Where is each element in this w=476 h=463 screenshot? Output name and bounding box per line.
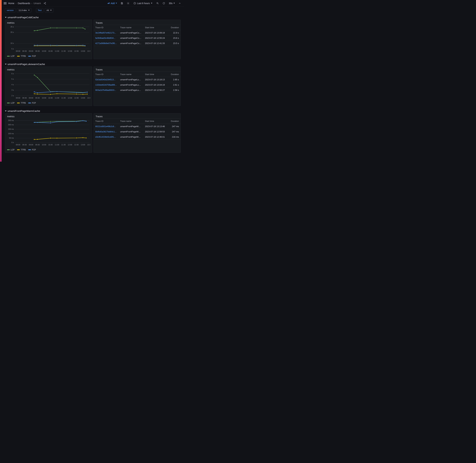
legend-item-fcp[interactable]: FCP [28,55,36,57]
svg-point-79 [56,93,57,94]
svg-text:08:30: 08:30 [22,50,27,52]
svg-point-69 [34,75,35,76]
traces-panel[interactable]: Traces Trace ID Trace name Start time Du… [93,113,181,153]
table-row[interactable]: f2b3a5040d294513... umamiFrontPageLuk...… [94,77,180,82]
legend-item-fcp[interactable]: FCP [28,149,36,151]
collapse-button[interactable] [178,1,182,5]
chart-area[interactable]: 2 s3 s4 s5 s6 s08:0008:3009:0009:3010:00… [5,71,92,101]
trace-id-link[interactable]: 4272a569b6e07e3f0... [94,41,118,46]
col-duration[interactable]: Duration [168,119,180,124]
share-icon[interactable] [43,1,47,5]
refresh-button[interactable] [162,1,166,5]
chevron-right-icon: › [16,2,17,5]
col-trace-id[interactable]: Trace ID [94,119,118,124]
col-start-time[interactable]: Start time [143,72,168,77]
chevron-down-icon [5,17,7,18]
svg-text:100 ms: 100 ms [8,133,14,135]
svg-text:10:00: 10:00 [42,97,46,99]
col-duration[interactable]: Duration [168,25,180,30]
table-row[interactable]: d3cf614338e5cd0f1... umamiFrontPageWar..… [94,134,180,140]
trace-id-link[interactable]: d3cf614338e5cd0f1... [94,134,118,140]
legend-item-ttfb[interactable]: TTFB [17,149,26,151]
trace-name-cell: umamiFrontPageCold... [118,36,143,41]
breadcrumb-current: Umami [34,2,41,5]
zoom-out-button[interactable] [155,1,160,5]
svg-text:13:30: 13:30 [87,50,90,52]
svg-point-26 [34,30,35,31]
table-row[interactable]: 8022cd001e49b2c8... umamiFrontPageWar...… [94,124,180,129]
metrics-panel[interactable]: metrics 0 s50 ms100 ms150 ms200 ms250 ms… [5,113,92,153]
chart-area[interactable]: 0 s50 ms100 ms150 ms200 ms250 ms08:0008:… [5,118,92,148]
svg-point-133 [82,120,83,121]
breadcrumb-dashboards[interactable]: Dashboards [18,2,30,5]
svg-point-80 [76,94,77,95]
traces-panel[interactable]: Traces Trace ID Trace name Start time Du… [93,20,181,59]
col-trace-name[interactable]: Trace name [118,119,143,124]
legend-item-lcp[interactable]: LCP [7,149,14,151]
table-row[interactable]: 4272a569b6e07e3f0... umamiFrontPageCold.… [94,41,180,46]
row-header[interactable]: umamiFrontPageWarmCache [2,108,184,113]
col-trace-id[interactable]: Trace ID [94,25,118,30]
trace-start-cell: 2023-07-18 12:55:24 [143,36,168,41]
os-left-gutter [0,0,2,162]
table-row[interactable]: 6bf8d0a3827bb64c1... umamiFrontPageWar..… [94,129,180,134]
trace-name-cell: umamiFrontPageLuk... [118,88,143,93]
svg-point-125 [76,137,77,138]
trace-duration-cell: 2.61 s [168,82,180,88]
trace-start-cell: 2023-07-18 13:18:13 [143,77,168,82]
app-root: Home › Dashboards › Umami Add [2,0,184,162]
metrics-panel[interactable]: metrics 5 s10 s20 s25 s08:0008:3009:0009… [5,20,92,59]
chart-area[interactable]: 5 s10 s20 s25 s08:0008:3009:0009:3010:00… [5,25,92,54]
legend-item-ttfb[interactable]: TTFB [17,102,26,104]
col-start-time[interactable]: Start time [143,25,168,30]
legend-item-lcp[interactable]: LCP [7,55,14,57]
trace-id-link[interactable]: fa394bad3c48d634... [94,36,118,41]
legend-item-ttfb[interactable]: TTFB [17,55,26,57]
trace-id-link[interactable]: 132bee61fd706ad89... [94,82,118,88]
col-trace-name[interactable]: Trace name [118,25,143,30]
var-version-label: version [5,8,15,12]
trace-id-link[interactable]: 903a2d7b48ad0633... [94,88,118,93]
trace-id-link[interactable]: 3e24ffa057e462173... [94,30,118,36]
row-header[interactable]: umamiFrontPageLukewarmCache [2,62,184,67]
save-button[interactable] [120,1,124,5]
trace-id-link[interactable]: 8022cd001e49b2c8... [94,124,118,129]
col-trace-name[interactable]: Trace name [118,72,143,77]
chart-legend: LCP TTFB FCP [5,148,92,152]
chevron-right-icon: › [32,2,32,5]
add-button[interactable]: Add [106,1,118,5]
var-version-select[interactable]: 11.0-dev [17,8,31,12]
refresh-interval-picker[interactable]: 30s [168,1,176,5]
legend-item-fcp[interactable]: FCP [28,102,36,104]
col-duration[interactable]: Duration [168,72,180,77]
traces-panel[interactable]: Traces Trace ID Trace name Start time Du… [93,67,181,106]
trace-start-cell: 2023-07-18 12:41:33 [143,41,168,46]
legend-item-lcp[interactable]: LCP [7,102,14,104]
trace-name-cell: umamiFrontPageCold... [118,41,143,46]
row-header[interactable]: umamiFrontPageColdCache [2,15,184,20]
trace-id-link[interactable]: f2b3a5040d294513... [94,77,118,82]
svg-point-87 [76,92,77,93]
svg-point-31 [82,27,83,28]
table-row[interactable]: 3e24ffa057e462173... umamiFrontPageCold.… [94,30,180,36]
table-row[interactable]: 132bee61fd706ad89... umamiFrontPageLuk..… [94,82,180,88]
traces-table: Trace ID Trace name Start time Duration … [94,118,180,140]
svg-text:13:00: 13:00 [81,97,85,99]
svg-text:08:30: 08:30 [22,143,27,146]
menu-toggle-button[interactable] [4,2,7,4]
var-test-select[interactable]: All [45,8,53,12]
time-range-picker[interactable]: Last 6 hours [132,1,154,5]
svg-point-129 [37,122,38,123]
breadcrumb-home[interactable]: Home [8,2,14,5]
col-trace-id[interactable]: Trace ID [94,72,118,77]
col-start-time[interactable]: Start time [143,119,168,124]
table-row[interactable]: fa394bad3c48d634... umamiFrontPageCold..… [94,36,180,41]
trace-duration-cell: 22.9 s [168,30,180,36]
trace-start-cell: 2023-07-18 13:13:46 [143,124,168,129]
settings-button[interactable] [126,1,130,5]
svg-point-27 [37,30,38,31]
svg-point-46 [85,45,86,46]
table-row[interactable]: 903a2d7b48ad0633... umamiFrontPageLuk...… [94,88,180,93]
trace-id-link[interactable]: 6bf8d0a3827bb64c1... [94,129,118,134]
metrics-panel[interactable]: metrics 2 s3 s4 s5 s6 s08:0008:3009:0009… [5,67,92,106]
